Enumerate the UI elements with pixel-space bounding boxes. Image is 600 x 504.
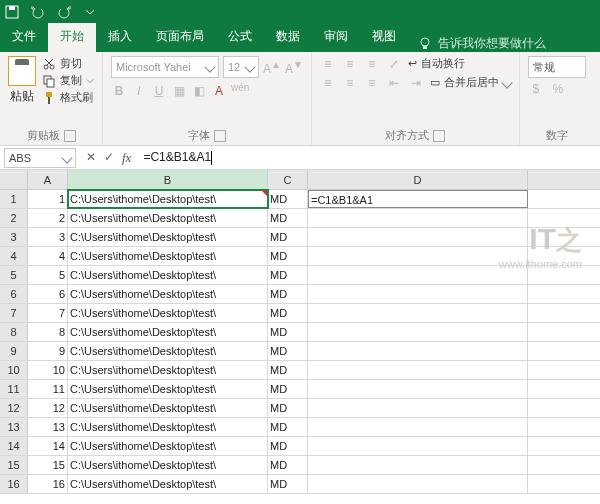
cut-button[interactable]: 剪切 <box>42 56 94 71</box>
cell[interactable]: MD <box>268 304 308 322</box>
indent-dec-button[interactable]: ⇤ <box>386 76 402 90</box>
shrink-font-button[interactable]: A▼ <box>285 59 303 76</box>
border-button[interactable]: ▦ <box>171 84 187 98</box>
tab-page-layout[interactable]: 页面布局 <box>144 23 216 52</box>
cancel-formula-button[interactable]: ✕ <box>86 150 96 166</box>
align-top-button[interactable]: ≡ <box>320 57 336 71</box>
tab-view[interactable]: 视图 <box>360 23 408 52</box>
name-box[interactable]: ABS <box>4 148 76 168</box>
col-header-d[interactable]: D <box>308 170 528 189</box>
currency-button[interactable]: $ <box>528 82 544 96</box>
cell[interactable]: MD <box>268 456 308 474</box>
italic-button[interactable]: I <box>131 84 147 98</box>
row-header[interactable]: 16 <box>0 475 28 493</box>
cell[interactable]: MD <box>268 342 308 360</box>
align-center-button[interactable]: ≡ <box>342 76 358 90</box>
cell[interactable] <box>308 456 528 474</box>
cell[interactable]: C:\Users\ithome\Desktop\test\ <box>68 247 268 265</box>
cell[interactable] <box>308 437 528 455</box>
cell[interactable]: C:\Users\ithome\Desktop\test\ <box>68 399 268 417</box>
cell[interactable]: C:\Users\ithome\Desktop\test\ <box>68 304 268 322</box>
percent-button[interactable]: % <box>550 82 566 96</box>
cell[interactable]: MD <box>268 266 308 284</box>
cell[interactable]: MD <box>268 323 308 341</box>
cell[interactable]: 9 <box>28 342 68 360</box>
cell[interactable]: MD <box>268 437 308 455</box>
cell[interactable]: C:\Users\ithome\Desktop\test\ <box>68 323 268 341</box>
col-header-b[interactable]: B <box>68 170 268 189</box>
cell[interactable]: 4 <box>28 247 68 265</box>
cell[interactable]: C:\Users\ithome\Desktop\test\ <box>68 342 268 360</box>
wrap-text-button[interactable]: ↩自动换行 <box>408 56 465 71</box>
cell[interactable]: MD <box>268 285 308 303</box>
dialog-launcher-icon[interactable] <box>433 130 445 142</box>
cell[interactable]: 13 <box>28 418 68 436</box>
tab-insert[interactable]: 插入 <box>96 23 144 52</box>
row-header[interactable]: 13 <box>0 418 28 436</box>
redo-icon[interactable] <box>56 4 72 20</box>
cell[interactable]: MD <box>268 380 308 398</box>
enter-formula-button[interactable]: ✓ <box>104 150 114 166</box>
cell[interactable]: C:\Users\ithome\Desktop\test\ <box>68 380 268 398</box>
row-header[interactable]: 15 <box>0 456 28 474</box>
row-header[interactable]: 5 <box>0 266 28 284</box>
row-header[interactable]: 9 <box>0 342 28 360</box>
cell[interactable]: C:\Users\ithome\Desktop\test\ <box>68 418 268 436</box>
format-painter-button[interactable]: 格式刷 <box>42 90 94 105</box>
qat-customize-icon[interactable] <box>82 4 98 20</box>
cell[interactable] <box>308 475 528 493</box>
font-name-select[interactable]: Microsoft Yahei <box>111 56 219 78</box>
align-bottom-button[interactable]: ≡ <box>364 57 380 71</box>
align-left-button[interactable]: ≡ <box>320 76 336 90</box>
cell[interactable]: C:\Users\ithome\Desktop\test\ <box>68 285 268 303</box>
cell[interactable]: 5 <box>28 266 68 284</box>
cell[interactable]: 12 <box>28 399 68 417</box>
cell[interactable]: 3 <box>28 228 68 246</box>
cell[interactable]: 8 <box>28 323 68 341</box>
row-header[interactable]: 10 <box>0 361 28 379</box>
row-header[interactable]: 12 <box>0 399 28 417</box>
cell[interactable]: C:\Users\ithome\Desktop\test\ <box>68 209 268 227</box>
align-middle-button[interactable]: ≡ <box>342 57 358 71</box>
tab-home[interactable]: 开始 <box>48 23 96 52</box>
cell[interactable]: 7 <box>28 304 68 322</box>
cell[interactable]: C:\Users\ithome\Desktop\test\ <box>68 456 268 474</box>
row-header[interactable]: 7 <box>0 304 28 322</box>
cell[interactable]: MD <box>268 190 308 208</box>
cell[interactable]: MD <box>268 361 308 379</box>
underline-button[interactable]: U <box>151 84 167 98</box>
merge-center-button[interactable]: ▭合并后居中 <box>430 75 511 90</box>
tab-file[interactable]: 文件 <box>0 23 48 52</box>
cell[interactable]: MD <box>268 209 308 227</box>
grow-font-button[interactable]: A▲ <box>263 59 281 76</box>
cell[interactable]: 6 <box>28 285 68 303</box>
cell[interactable]: C:\Users\ithome\Desktop\test\ <box>68 437 268 455</box>
col-header-c[interactable]: C <box>268 170 308 189</box>
tab-data[interactable]: 数据 <box>264 23 312 52</box>
tell-me[interactable]: 告诉我你想要做什么 <box>418 35 546 52</box>
number-format-select[interactable]: 常规 <box>528 56 586 78</box>
row-header[interactable]: 1 <box>0 190 28 208</box>
row-header[interactable]: 3 <box>0 228 28 246</box>
cell[interactable] <box>308 285 528 303</box>
dialog-launcher-icon[interactable] <box>64 130 76 142</box>
tab-review[interactable]: 审阅 <box>312 23 360 52</box>
row-header[interactable]: 4 <box>0 247 28 265</box>
phonetic-button[interactable]: wén <box>231 82 249 99</box>
cell[interactable]: MD <box>268 228 308 246</box>
cell[interactable] <box>308 304 528 322</box>
cell[interactable] <box>308 342 528 360</box>
cell[interactable]: MD <box>268 247 308 265</box>
orientation-button[interactable]: ⤢ <box>386 57 402 71</box>
cell[interactable]: 2 <box>28 209 68 227</box>
cell[interactable] <box>308 418 528 436</box>
cell[interactable]: 10 <box>28 361 68 379</box>
cell[interactable]: MD <box>268 475 308 493</box>
cell[interactable]: C:\Users\ithome\Desktop\test\ <box>68 228 268 246</box>
cell[interactable] <box>308 323 528 341</box>
fill-color-button[interactable]: ◧ <box>191 84 207 98</box>
cell[interactable]: C:\Users\ithome\Desktop\test\ <box>68 475 268 493</box>
cell[interactable] <box>308 266 528 284</box>
font-color-button[interactable]: A <box>211 84 227 98</box>
paste-button[interactable]: 粘贴 <box>8 56 36 105</box>
